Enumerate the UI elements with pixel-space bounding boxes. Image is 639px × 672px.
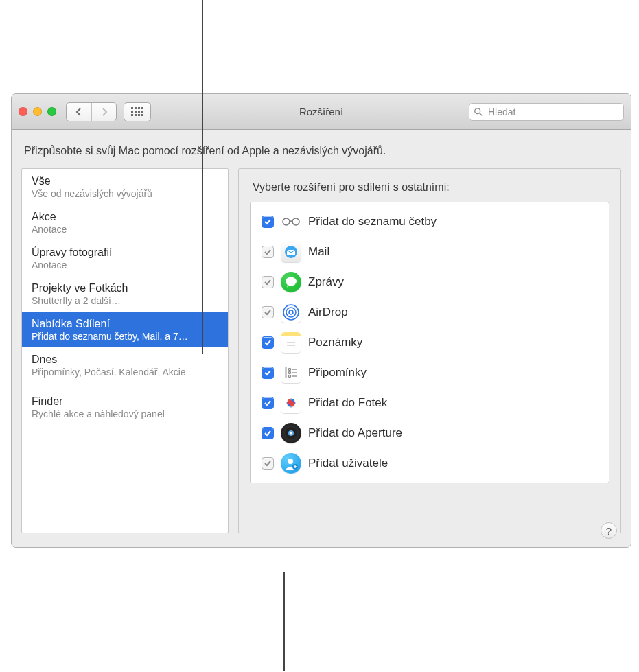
ext-label: Poznámky <box>308 336 362 349</box>
svg-rect-11 <box>141 114 143 116</box>
svg-rect-7 <box>141 111 143 113</box>
extensions-list: Přidat do seznamu četby Mail <box>250 202 609 483</box>
zoom-window-button[interactable] <box>47 107 56 116</box>
checkbox-reading-list[interactable] <box>262 216 274 228</box>
nav-buttons <box>66 102 117 121</box>
ext-label: AirDrop <box>308 305 348 319</box>
chevron-right-icon <box>101 108 108 116</box>
svg-point-12 <box>475 108 480 113</box>
toolbar: Rozšíření <box>12 94 631 130</box>
grid-icon <box>131 107 143 117</box>
aperture-icon <box>281 423 301 443</box>
svg-rect-5 <box>135 111 137 113</box>
mail-icon <box>281 242 301 262</box>
notes-icon <box>281 332 301 353</box>
svg-point-17 <box>286 277 297 286</box>
photos-icon <box>281 393 301 413</box>
ext-label: Přidat do Fotek <box>308 396 387 410</box>
sidebar-item-all[interactable]: Vše Vše od nezávislých vývojářů <box>22 169 228 205</box>
svg-rect-6 <box>138 111 140 113</box>
close-window-button[interactable] <box>19 107 27 116</box>
sidebar-separator <box>32 386 218 386</box>
svg-line-13 <box>480 113 483 115</box>
svg-rect-2 <box>138 107 140 109</box>
window-body: Přizpůsobte si svůj Mac pomocí rozšíření… <box>12 130 631 547</box>
sidebar: Vše Vše od nezávislých vývojářů Akce Ano… <box>21 168 229 533</box>
forward-button[interactable] <box>91 103 116 121</box>
sidebar-item-share-menu[interactable]: Nabídka Sdílení Přidat do seznamu četby,… <box>22 312 228 347</box>
preferences-window: Rozšíření Přizpůsobte si svůj Mac pomocí… <box>11 93 631 548</box>
checkbox-add-user[interactable] <box>262 457 274 470</box>
search-input[interactable] <box>487 106 619 118</box>
reading-list-icon <box>281 211 301 232</box>
sidebar-item-finder[interactable]: Finder Rychlé akce a náhledový panel <box>22 389 228 425</box>
ext-row-reminders: Připomínky <box>257 358 602 388</box>
svg-rect-10 <box>138 114 140 116</box>
checkbox-messages[interactable] <box>262 276 274 288</box>
help-button[interactable]: ? <box>601 522 617 539</box>
search-field[interactable] <box>469 103 624 121</box>
back-button[interactable] <box>67 103 91 121</box>
ext-row-airdrop: AirDrop <box>257 297 602 327</box>
checkbox-photos[interactable] <box>262 397 274 409</box>
detail-panel: Vyberte rozšíření pro sdílení s ostatním… <box>238 168 621 533</box>
sidebar-item-today[interactable]: Dnes Připomínky, Počasí, Kalendář, Akcie <box>22 347 228 383</box>
ext-label: Přidat do Aperture <box>308 426 402 440</box>
svg-rect-0 <box>131 107 133 109</box>
ext-row-mail: Mail <box>257 237 602 267</box>
svg-point-26 <box>288 371 290 373</box>
ext-label: Zprávy <box>308 275 344 289</box>
checkbox-aperture[interactable] <box>262 427 274 439</box>
ext-row-photos: Přidat do Fotek <box>257 388 602 418</box>
checkbox-mail[interactable] <box>262 246 274 258</box>
sidebar-item-actions[interactable]: Akce Anotace <box>22 205 228 240</box>
checkbox-airdrop[interactable] <box>262 306 274 318</box>
svg-point-15 <box>292 218 299 225</box>
svg-rect-9 <box>135 114 137 116</box>
ext-label: Přidat do seznamu četby <box>308 215 437 229</box>
add-user-icon <box>281 453 301 474</box>
svg-rect-3 <box>141 107 143 109</box>
show-all-button[interactable] <box>124 102 151 121</box>
svg-rect-1 <box>135 107 137 109</box>
svg-rect-8 <box>131 114 133 116</box>
svg-point-18 <box>289 310 293 314</box>
airdrop-icon <box>281 302 301 323</box>
ext-label: Přidat uživatele <box>308 456 388 470</box>
chevron-left-icon <box>75 108 82 116</box>
window-title: Rozšíření <box>299 106 343 117</box>
svg-point-19 <box>286 308 296 317</box>
svg-point-40 <box>290 432 292 435</box>
ext-row-reading-list: Přidat do seznamu četby <box>257 207 602 237</box>
sidebar-item-photo-editing[interactable]: Úpravy fotografií Anotace <box>22 240 228 276</box>
callout-line-bottom <box>283 572 285 671</box>
ext-row-aperture: Přidat do Aperture <box>257 418 602 448</box>
ext-label: Připomínky <box>308 366 367 380</box>
minimize-window-button[interactable] <box>33 107 42 116</box>
callout-line-top <box>202 0 203 354</box>
ext-row-messages: Zprávy <box>257 267 602 297</box>
svg-rect-23 <box>285 367 287 378</box>
description-text: Přizpůsobte si svůj Mac pomocí rozšíření… <box>12 130 631 168</box>
svg-point-41 <box>288 459 293 464</box>
panel-title: Vyberte rozšíření pro sdílení s ostatním… <box>253 181 609 194</box>
ext-row-notes: Poznámky <box>257 327 602 358</box>
reminders-icon <box>281 362 301 383</box>
svg-point-14 <box>283 218 290 225</box>
svg-point-24 <box>288 368 290 370</box>
help-icon: ? <box>606 525 612 537</box>
window-controls <box>19 107 56 116</box>
checkbox-notes[interactable] <box>262 336 274 349</box>
messages-icon <box>281 272 301 292</box>
sidebar-item-photos-projects[interactable]: Projekty ve Fotkách Shutterfly a 2 další… <box>22 276 228 312</box>
svg-rect-4 <box>131 111 133 113</box>
search-icon <box>474 107 483 117</box>
svg-point-28 <box>288 375 290 377</box>
ext-row-add-user: Přidat uživatele <box>257 448 602 478</box>
checkbox-reminders[interactable] <box>262 367 274 379</box>
ext-label: Mail <box>308 245 329 259</box>
